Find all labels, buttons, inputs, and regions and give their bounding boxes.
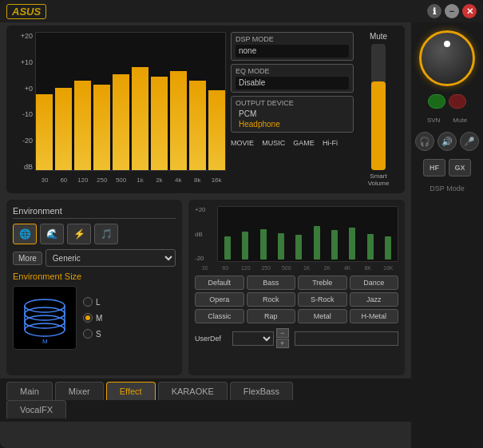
more-button[interactable]: More (13, 252, 42, 265)
knob-icon-row: 🎧 🔊 🎤 (415, 132, 479, 151)
knob-panel: SVN Mute 🎧 🔊 🎤 HF GX DSP Mode (411, 22, 483, 448)
size-S[interactable]: S (83, 329, 102, 339)
eq-db-label: dB (13, 163, 35, 171)
mini-bar-6 (331, 230, 338, 260)
preset-default[interactable]: Default (195, 276, 244, 290)
mini-bar-col-0 (220, 208, 236, 260)
userdef-minus[interactable]: − (276, 328, 289, 338)
env-icon-0[interactable]: 🌐 (13, 224, 37, 244)
preset-metal[interactable]: Metal (298, 309, 347, 323)
speaker-icon-btn[interactable]: 🔊 (437, 132, 457, 151)
eq-label-10n: -10 (13, 110, 35, 118)
preset-opera[interactable]: Opera (195, 292, 244, 307)
freq-label-30: 30 (35, 176, 54, 184)
volume-fill (371, 81, 386, 170)
volume-knob[interactable] (419, 30, 475, 86)
right-controls: DSP MODE none EQ MODE Disable OUTPUT DEV… (226, 32, 354, 187)
minimize-button[interactable]: − (445, 4, 459, 18)
svg-text:M: M (42, 338, 48, 345)
preset-grid: DefaultBassTrebleDanceOperaRockS-RockJaz… (195, 276, 398, 323)
mini-freq-30: 30 (195, 265, 216, 271)
size-M[interactable]: M (83, 313, 102, 323)
tab-mixer[interactable]: Mixer (55, 382, 104, 400)
radio-M (83, 313, 93, 323)
userdef-buttons: − + (276, 328, 289, 348)
env-preset-row: More Generic Room Hall (13, 249, 176, 267)
output-device-label: OUTPUT DEVICE (236, 99, 349, 107)
mini-freq-4K: 4K (338, 265, 358, 271)
mini-bar-5 (314, 226, 320, 260)
tab-effect[interactable]: Effect (106, 382, 156, 400)
main-window: ASUS ℹ − ✕ +20 +10 +0 -10 -20 dB (0, 0, 483, 448)
preset-treble[interactable]: Treble (298, 276, 347, 290)
eq-mode-value: Disable (236, 77, 349, 89)
output-device-group: OUTPUT DEVICE PCM Headphone (231, 96, 354, 133)
freq-label-60: 60 (54, 176, 73, 184)
env-icon-2[interactable]: ⚡ (67, 224, 91, 244)
mini-freq-16K: 16K (378, 265, 399, 271)
freq-label-500: 500 (112, 176, 131, 184)
mini-bar-2 (260, 229, 267, 260)
preset-dance[interactable]: Dance (350, 276, 399, 290)
preset-rock[interactable]: Rock (247, 292, 296, 307)
freq-label-2k: 2k (149, 176, 168, 184)
freq-label-16k: 16k (207, 176, 226, 184)
mini-bar-col-9 (380, 208, 396, 260)
mute-button[interactable] (449, 94, 466, 109)
mini-bar-col-4 (291, 208, 307, 260)
environment-title: Environment (13, 206, 176, 219)
preset-bass[interactable]: Bass (247, 276, 296, 290)
environment-select[interactable]: Generic Room Hall (46, 249, 176, 267)
preset-s-rock[interactable]: S-Rock (298, 292, 347, 307)
tab-vocalfx[interactable]: VocalFX (6, 400, 66, 418)
eq-bar-col-9 (208, 33, 225, 170)
hf-button[interactable]: HF (423, 159, 445, 176)
svn-button[interactable] (428, 94, 445, 109)
mini-freq-2K: 2K (317, 265, 338, 271)
userdef-select[interactable] (232, 331, 274, 346)
eq-y-labels: +20 +10 +0 -10 -20 dB (13, 32, 35, 171)
tab-karaoke[interactable]: KARAOKE (158, 382, 228, 400)
env-icon-1[interactable]: 🌊 (40, 224, 64, 244)
eq-bars (35, 32, 226, 171)
eq-bar-4 (113, 74, 129, 170)
device-headphone[interactable]: Headphone (236, 119, 349, 129)
svg-point-0 (25, 323, 65, 336)
mic-icon-btn[interactable]: 🎤 (460, 132, 479, 151)
mini-bar-col-1 (237, 208, 253, 260)
volume-slider[interactable] (371, 44, 386, 170)
preset-h-metal[interactable]: H-Metal (350, 309, 399, 323)
mini-bar-7 (349, 228, 355, 260)
info-button[interactable]: ℹ (427, 4, 441, 18)
hifi-link[interactable]: Hi-Fi (323, 139, 338, 149)
eq-bar-col-6 (151, 33, 168, 170)
svg-point-1 (25, 315, 65, 328)
userdef-row: UserDef − + (195, 328, 398, 348)
svn-label: SVN (427, 117, 440, 124)
device-pcm[interactable]: PCM (236, 109, 349, 119)
size-L[interactable]: L (83, 297, 102, 307)
size-radio-group: L M S (83, 297, 102, 339)
tab-flexbass[interactable]: FlexBass (230, 382, 293, 400)
preset-classic[interactable]: Classic (195, 309, 244, 323)
tab-main[interactable]: Main (6, 382, 53, 400)
userdef-input[interactable] (295, 331, 398, 346)
env-icon-3[interactable]: 🎵 (94, 224, 118, 244)
eq-bar-col-0 (36, 33, 53, 170)
mini-bar-4 (295, 235, 302, 260)
preset-rap[interactable]: Rap (247, 309, 296, 323)
preset-jazz[interactable]: Jazz (350, 292, 399, 307)
game-link[interactable]: GAME (293, 139, 315, 149)
close-button[interactable]: ✕ (462, 4, 477, 18)
eq-bar-2 (74, 81, 91, 170)
music-link[interactable]: MUSIC (262, 139, 285, 149)
mini-bar-col-5 (308, 208, 324, 260)
movie-link[interactable]: MOVIE (231, 139, 254, 149)
content-area: +20 +10 +0 -10 -20 dB 30601202505001k2k4… (0, 22, 411, 422)
lower-section: Environment 🌐 🌊 ⚡ 🎵 More Generic Room Ha… (6, 200, 405, 375)
userdef-plus[interactable]: + (276, 339, 289, 348)
headphone-icon-btn[interactable]: 🎧 (415, 132, 434, 151)
gx-button[interactable]: GX (449, 159, 471, 176)
mini-scale-top: +20 (195, 206, 214, 213)
app-logo: ASUS (6, 4, 46, 19)
